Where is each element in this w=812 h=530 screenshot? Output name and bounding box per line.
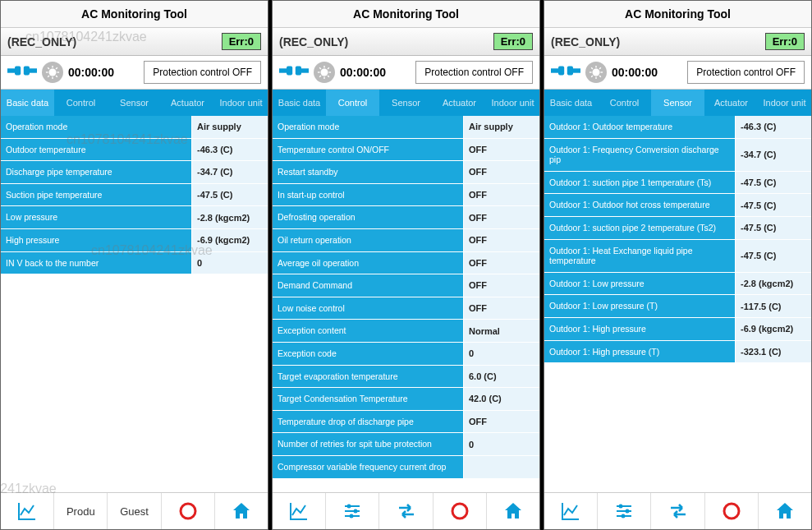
nav-home[interactable] [487,493,539,529]
svg-line-44 [599,76,601,77]
row-label: Demand Command [273,274,464,297]
tab-indoor-unit[interactable]: Indoor unit [486,90,539,116]
row-value: -117.5 (C) [736,295,811,317]
nav-chart[interactable] [544,493,598,529]
row-value: -46.3 (C) [736,116,811,138]
error-badge[interactable]: Err:0 [493,33,533,50]
nav-swap[interactable] [651,493,704,529]
protection-toggle-button[interactable]: Protection control OFF [687,61,805,84]
svg-line-45 [591,76,593,77]
svg-line-10 [56,76,57,77]
table-row: Outdoor 1: Outdoor hot cross temperature… [544,194,811,217]
tab-control[interactable]: Control [326,90,379,116]
svg-rect-1 [15,67,21,76]
error-badge[interactable]: Err:0 [222,33,261,50]
tab-bar: Basic dataControlSensorActuatorIndoor un… [273,90,539,116]
svg-point-32 [350,514,354,518]
table-row: Demand CommandOFF [273,274,539,297]
svg-rect-16 [296,67,301,76]
nav-guest[interactable]: Guest [108,493,161,529]
table-row: Outdoor 1: Outdoor temperature-46.3 (C) [544,116,811,139]
nav-swap[interactable] [379,493,433,529]
error-badge[interactable]: Err:0 [765,33,805,50]
table-row: Outdoor 1: Frequency Conversion discharg… [544,139,811,172]
tab-indoor-unit[interactable]: Indoor unit [758,90,811,116]
connection-icon[interactable] [551,63,580,81]
table-row: Average oil operationOFF [273,252,539,275]
row-value: 0 [464,343,539,365]
row-value: Normal [464,320,539,342]
svg-point-38 [593,69,600,76]
tab-basic-data[interactable]: Basic data [273,90,326,116]
data-table[interactable]: Outdoor 1: Outdoor temperature-46.3 (C)O… [544,116,811,492]
tab-bar: Basic dataControlSensorActuatorIndoor un… [544,90,811,116]
tab-indoor-unit[interactable]: Indoor unit [214,90,268,116]
row-value: OFF [464,206,539,228]
tab-bar: Basic dataControlSensorActuatorIndoor un… [1,90,268,116]
data-table[interactable]: Operation modeAir supplyTemperature cont… [273,116,539,492]
protection-toggle-button[interactable]: Protection control OFF [144,61,261,84]
tab-basic-data[interactable]: Basic data [1,90,54,116]
svg-rect-2 [24,67,30,76]
row-label: Outdoor 1: suction pipe 2 temperature (T… [544,217,736,239]
row-label: Temperature control ON/OFF [273,139,464,161]
tab-actuator[interactable]: Actuator [433,90,486,116]
tab-sensor[interactable]: Sensor [108,90,161,116]
table-row: Operation modeAir supply [273,116,539,139]
row-label: Exception content [273,320,464,342]
row-value: 0 [192,252,268,274]
svg-point-28 [347,505,351,509]
table-row: Discharge pipe temperature-34.7 (C) [1,161,268,184]
timer: 00:00:00 [612,66,658,79]
row-value: OFF [464,252,539,274]
svg-line-46 [599,67,601,69]
row-label: Operation mode [273,116,464,138]
table-row: Compressor variable frequency current dr… [273,456,539,479]
row-label: Target Condensation Temperature [273,388,464,410]
nav-sliders[interactable] [326,493,379,529]
nav-chart[interactable] [1,493,54,529]
svg-line-25 [319,76,321,77]
tab-actuator[interactable]: Actuator [704,90,758,116]
svg-line-24 [328,76,329,77]
row-value: 6.0 (C) [464,366,539,388]
svg-point-30 [354,509,358,514]
svg-line-9 [48,67,49,69]
nav-record[interactable] [434,493,487,529]
row-value: Air supply [464,116,539,138]
light-icon[interactable] [585,62,607,83]
app-title: AC Monitoring Tool [544,1,811,28]
tab-control[interactable]: Control [598,90,651,116]
table-row: Defrosting operationOFF [273,206,539,229]
nav-record[interactable] [162,493,215,529]
svg-rect-17 [301,68,309,72]
status-bar: (REC_ONLY)Err:0 [544,28,811,56]
row-value: -47.5 (C) [736,217,811,239]
svg-line-26 [328,67,329,69]
table-row: Target evaporation temperature6.0 (C) [273,366,539,389]
nav-product[interactable]: Produ [54,493,108,529]
connection-icon[interactable] [279,63,309,81]
tab-sensor[interactable]: Sensor [379,90,433,116]
tab-basic-data[interactable]: Basic data [544,90,598,116]
light-icon[interactable] [42,62,63,83]
nav-home[interactable] [215,493,268,529]
row-label: Number of retries for spit tube protecti… [273,433,464,455]
rec-status: (REC_ONLY) [551,35,620,48]
tab-control[interactable]: Control [54,90,108,116]
light-icon[interactable] [314,62,335,83]
tab-sensor[interactable]: Sensor [651,90,704,116]
row-label: Compressor variable frequency current dr… [273,456,464,478]
tab-actuator[interactable]: Actuator [161,90,214,116]
nav-home[interactable] [759,493,811,529]
svg-line-12 [56,67,57,69]
nav-record[interactable] [705,493,759,529]
row-value: 0 [464,433,539,455]
nav-chart[interactable] [273,493,326,529]
data-table[interactable]: Operation modeAir supplyOutdoor temperat… [1,116,268,492]
nav-sliders[interactable] [598,493,651,529]
row-value: OFF [464,139,539,161]
connection-icon[interactable] [7,63,37,81]
protection-toggle-button[interactable]: Protection control OFF [415,61,533,84]
table-row: Target Condensation Temperature42.0 (C) [273,388,539,411]
